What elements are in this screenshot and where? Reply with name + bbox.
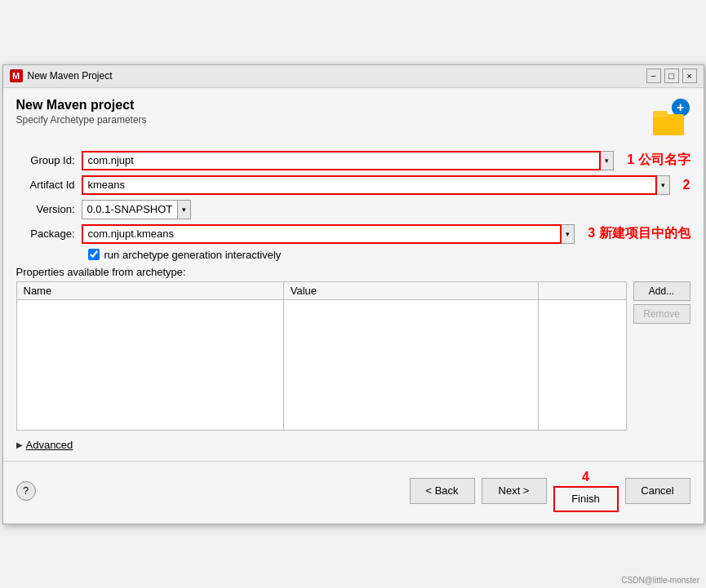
finish-area: 4 Finish: [553, 470, 619, 512]
artifact-id-dropdown[interactable]: ▾: [657, 175, 670, 195]
package-annotation: 3 新建项目中的包: [588, 225, 690, 242]
artifact-id-input-wrap: ▾ 2: [82, 175, 690, 195]
help-button[interactable]: ?: [16, 481, 36, 501]
svg-text:M: M: [12, 71, 20, 81]
artifact-id-input[interactable]: [82, 175, 657, 195]
package-input-wrap: ▾ 3 新建项目中的包: [82, 224, 690, 244]
artifact-id-label: Artifact Id: [16, 179, 82, 191]
properties-buttons: Add... Remove: [633, 281, 690, 431]
cancel-button[interactable]: Cancel: [625, 478, 690, 504]
annotation-4: 4: [582, 470, 589, 484]
form-section: Group Id: ▾ 1 公司名字 Artifact Id ▾: [16, 151, 690, 261]
version-row: Version: 0.0.1-SNAPSHOT ▾: [16, 200, 690, 219]
version-value: 0.0.1-SNAPSHOT: [82, 201, 178, 217]
checkbox-label: run archetype generation interactively: [104, 249, 282, 261]
package-row: Package: ▾ 3 新建项目中的包: [16, 224, 690, 244]
value-cell: [283, 299, 538, 430]
minimize-button[interactable]: −: [646, 69, 661, 83]
footer-left: ?: [16, 481, 36, 501]
svg-text:+: +: [677, 100, 684, 114]
back-button[interactable]: < Back: [410, 478, 475, 504]
extra-cell: [538, 299, 626, 430]
watermark: CSDN@little-monster: [621, 576, 699, 585]
group-id-input[interactable]: [82, 151, 602, 170]
maximize-button[interactable]: □: [664, 69, 679, 83]
title-bar-text: New Maven Project: [28, 70, 642, 82]
properties-available-label: Properties available from archetype:: [16, 266, 690, 278]
title-bar-controls: − □ ×: [646, 69, 697, 83]
advanced-arrow-icon: ▶: [16, 440, 23, 449]
group-id-dropdown[interactable]: ▾: [601, 151, 614, 170]
archetype-checkbox[interactable]: [88, 249, 100, 260]
dialog-header: New Maven project Specify Archetype para…: [16, 98, 690, 141]
group-id-input-wrap: ▾ 1 公司名字: [82, 151, 690, 170]
advanced-row[interactable]: ▶ Advanced: [16, 439, 690, 451]
package-dropdown[interactable]: ▾: [562, 224, 575, 244]
table-header-row: Name Value: [16, 281, 626, 299]
title-bar: M New Maven Project − □ ×: [3, 65, 704, 88]
properties-table-wrap: Name Value: [16, 281, 627, 431]
version-label: Version:: [16, 203, 82, 215]
dialog-footer: ? < Back Next > 4 Finish Cancel: [3, 461, 704, 524]
next-button[interactable]: Next >: [482, 478, 547, 504]
column-value: Value: [283, 281, 538, 299]
finish-button[interactable]: Finish: [553, 486, 619, 512]
dialog-body: New Maven project Specify Archetype para…: [3, 88, 704, 461]
remove-button[interactable]: Remove: [633, 304, 690, 324]
version-select[interactable]: 0.0.1-SNAPSHOT ▾: [82, 200, 192, 219]
package-label: Package:: [16, 228, 82, 240]
package-input[interactable]: [82, 224, 562, 244]
checkbox-row: run archetype generation interactively: [88, 249, 690, 261]
properties-table: Name Value: [16, 281, 627, 431]
footer-right: < Back Next > 4 Finish Cancel: [410, 470, 690, 512]
dialog-title-section: New Maven project Specify Archetype para…: [16, 98, 147, 126]
column-name: Name: [16, 281, 283, 299]
group-id-row: Group Id: ▾ 1 公司名字: [16, 151, 690, 170]
version-dropdown[interactable]: ▾: [177, 201, 190, 219]
artifact-id-annotation: 2: [683, 178, 690, 192]
maven-icon: M: [10, 69, 23, 82]
group-id-field-container: ▾: [82, 151, 615, 170]
properties-section: Name Value Add...: [16, 281, 690, 431]
table-row: [16, 299, 626, 430]
group-id-label: Group Id:: [16, 154, 82, 166]
advanced-label: Advanced: [26, 439, 73, 451]
folder-icon: +: [650, 98, 690, 141]
column-extra: [538, 281, 626, 299]
name-cell: [16, 299, 283, 430]
dialog-window: M New Maven Project − □ × New Maven proj…: [2, 64, 704, 524]
svg-rect-5: [653, 111, 668, 117]
group-id-annotation: 1 公司名字: [627, 152, 690, 169]
dialog-main-title: New Maven project: [16, 98, 147, 113]
artifact-id-field-container: ▾: [82, 175, 670, 195]
close-button[interactable]: ×: [682, 69, 697, 83]
add-button[interactable]: Add...: [633, 281, 690, 301]
dialog-subtitle: Specify Archetype parameters: [16, 114, 147, 126]
package-field-container: ▾: [82, 224, 575, 244]
artifact-id-row: Artifact Id ▾ 2: [16, 175, 690, 195]
